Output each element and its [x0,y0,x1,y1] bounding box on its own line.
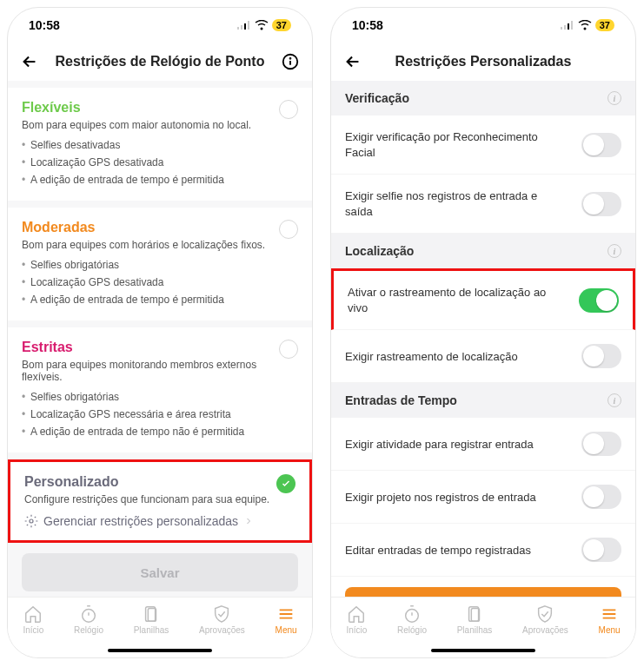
feature-item: A edição de entrada de tempo não é permi… [22,423,298,440]
gear-icon [24,514,38,528]
save-area: Salvar [331,577,635,597]
home-indicator [108,649,212,652]
tab-label: Início [346,625,367,635]
option-flexiveis[interactable]: Flexíveis Bom para equipes com maior aut… [8,88,312,201]
option-moderadas[interactable]: Moderadas Bom para equipes com horários … [8,208,312,320]
feature-list: Selfies desativadas Localização GPS desa… [22,136,298,188]
svg-rect-1 [241,25,242,30]
tab-label: Início [23,625,43,635]
status-time: 10:58 [29,18,60,32]
svg-rect-15 [564,25,566,30]
info-icon[interactable]: i [607,91,621,105]
wifi-icon [578,20,592,30]
row-label: Ativar o rastreamento de localização ao … [348,285,548,315]
row-live-location: Ativar o rastreamento de localização ao … [331,268,635,330]
toggle-off[interactable] [581,344,621,368]
svg-point-8 [83,610,96,623]
battery-pill: 37 [272,19,291,31]
tab-aprovacoes[interactable]: Aprovações [522,604,568,635]
content-scroll[interactable]: Verificação i Exigir verificação por Rec… [331,81,635,597]
tab-label: Planilhas [134,625,169,635]
page-title: Restrições Personalizadas [362,54,604,69]
feature-item: Selfies obrigatórias [22,388,298,406]
radio-unchecked[interactable] [279,340,298,359]
row-label: Editar entradas de tempo registradas [345,543,531,558]
row-label: Exigir projeto nos registros de entrada [345,490,536,505]
tab-planilhas[interactable]: Planilhas [134,604,169,635]
status-bar: 10:58 37 [8,8,312,43]
svg-point-7 [30,519,33,523]
radio-unchecked[interactable] [279,220,298,239]
info-icon[interactable]: i [607,393,621,407]
shield-check-icon [535,604,554,624]
row-label: Exigir selfie nos registros de entrada e… [345,188,545,219]
nav-header: Restrições de Relógio de Ponto [8,43,312,81]
section-entradas: Entradas de Tempo i [331,383,635,418]
toggle-off[interactable] [581,192,621,216]
radio-unchecked[interactable] [279,100,298,119]
tab-planilhas[interactable]: Planilhas [457,604,493,635]
battery-pill: 37 [595,19,614,31]
tab-label: Relógio [397,625,427,635]
radio-checked[interactable] [276,474,295,493]
chevron-right-icon [243,516,254,526]
svg-point-18 [406,610,419,623]
save-area: Salvar [8,543,312,597]
info-icon[interactable] [281,52,300,71]
tab-menu[interactable]: Menu [276,604,297,635]
option-subtitle: Configure restrições que funcionam para … [24,493,295,505]
info-icon[interactable]: i [607,244,621,258]
feature-item: Localização GPS desativada [22,274,298,291]
row-require-selfie: Exigir selfie nos registros de entrada e… [331,175,635,234]
status-bar: 10:58 37 [331,8,635,43]
status-time: 10:58 [352,18,383,32]
svg-rect-14 [561,27,562,30]
sheets-icon [142,604,161,624]
manage-custom-button[interactable]: Gerenciar restrições personalizadas [24,514,295,528]
feature-list: Selfies obrigatórias Localização GPS nec… [22,388,298,440]
stopwatch-icon [79,604,98,624]
tab-label: Planilhas [457,625,493,635]
toggle-off[interactable] [581,485,621,509]
tab-aprovacoes[interactable]: Aprovações [199,604,245,635]
option-subtitle: Bom para equipes com maior autonomia no … [22,119,298,131]
option-subtitle: Bom para equipes com horários e localiza… [22,239,298,251]
content-scroll[interactable]: Flexíveis Bom para equipes com maior aut… [8,81,312,597]
section-verificacao: Verificação i [331,81,635,116]
row-require-project: Exigir projeto nos registros de entrada [331,471,635,524]
row-require-activity: Exigir atividade para registrar entrada [331,418,635,471]
back-icon[interactable] [343,52,362,71]
feature-list: Selfies obrigatórias Localização GPS des… [22,256,298,308]
option-estritas[interactable]: Estritas Bom para equipes monitorando me… [8,327,312,452]
section-title: Entradas de Tempo [345,393,457,407]
save-button[interactable]: Salvar [345,587,621,597]
stopwatch-icon [402,604,422,624]
row-label: Exigir verificação por Reconhecimento Fa… [345,129,545,160]
feature-item: Selfies desativadas [22,136,298,154]
cellular-icon [561,21,574,30]
back-icon[interactable] [20,52,39,71]
svg-rect-16 [568,23,569,30]
row-label: Exigir atividade para registrar entrada [345,437,534,452]
tab-relogio[interactable]: Relógio [397,604,427,635]
tab-relogio[interactable]: Relógio [74,604,103,635]
tab-label: Aprovações [199,625,245,635]
option-personalizado[interactable]: Personalizado Configure restrições que f… [8,459,312,543]
feature-item: A edição de entrada de tempo é permitida [22,291,298,308]
toggle-off[interactable] [581,432,621,456]
toggle-off[interactable] [581,538,621,562]
option-title: Estritas [22,340,73,355]
phone-right: 10:58 37 Restrições Personalizadas Verif… [330,7,636,658]
row-face-recognition: Exigir verificação por Reconhecimento Fa… [331,116,635,175]
tab-inicio[interactable]: Início [346,604,367,635]
row-edit-entries: Editar entradas de tempo registradas [331,524,635,577]
save-button[interactable]: Salvar [22,553,298,591]
toggle-off[interactable] [581,133,621,157]
option-subtitle: Bom para equipes monitorando membros ext… [22,359,298,383]
feature-item: A edição de entrada de tempo é permitida [22,171,298,188]
home-icon [23,604,43,624]
toggle-on[interactable] [579,288,619,313]
tab-inicio[interactable]: Início [23,604,43,635]
tab-menu[interactable]: Menu [599,604,621,635]
section-title: Localização [345,244,414,258]
